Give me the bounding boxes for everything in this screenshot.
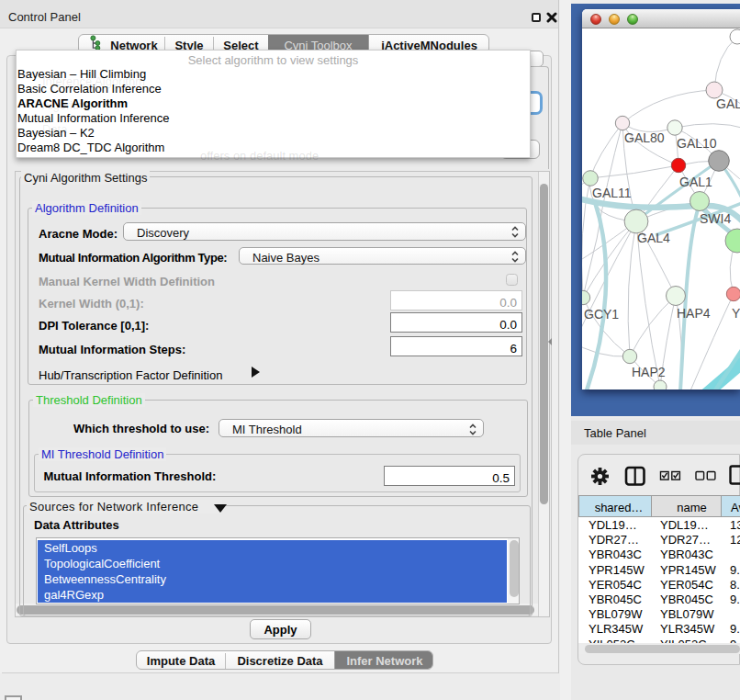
svg-text:Y: Y (732, 306, 740, 321)
svg-text:GAL1: GAL1 (679, 175, 712, 189)
svg-text:HAP2: HAP2 (632, 365, 666, 379)
svg-text:SWI4: SWI4 (700, 211, 731, 226)
svg-text:HAP4: HAP4 (677, 306, 711, 321)
svg-text:GAL10: GAL10 (677, 136, 717, 151)
svg-text:GAL80: GAL80 (624, 130, 665, 145)
svg-text:GCY1: GCY1 (584, 307, 619, 322)
svg-text:GAL2: GAL2 (716, 96, 740, 111)
svg-text:GAL4: GAL4 (637, 231, 670, 245)
svg-text:GAL11: GAL11 (592, 186, 632, 200)
